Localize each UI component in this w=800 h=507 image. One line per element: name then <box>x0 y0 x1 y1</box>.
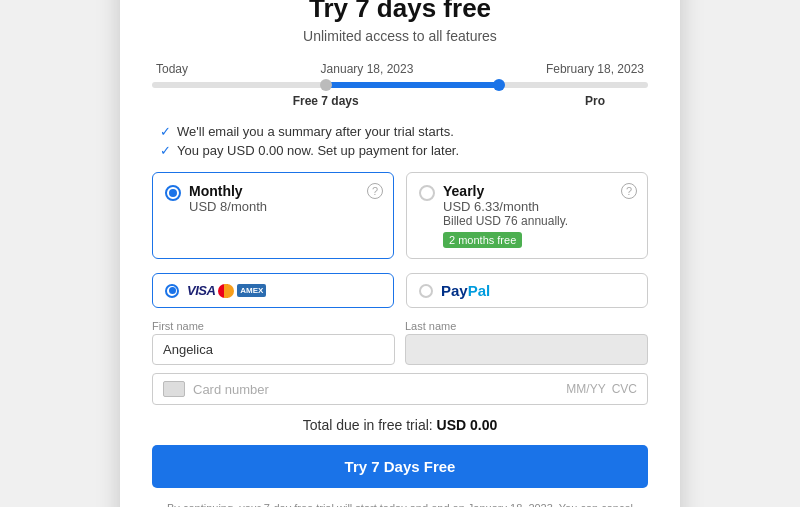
payment-paypal-option[interactable]: PayPal <box>406 273 648 308</box>
timeline-bar <box>152 80 648 90</box>
timeline-phase-labels: Free 7 days Pro <box>152 94 648 108</box>
visa-icon: VISA <box>187 283 215 298</box>
timeline: Today January 18, 2023 February 18, 2023… <box>152 62 648 108</box>
plan-monthly-info: Monthly USD 8/month <box>189 183 267 214</box>
name-form-row: First name Last name <box>152 320 648 365</box>
disclaimer-text: By continuing, your 7-day free trial wil… <box>152 500 648 507</box>
plan-yearly-badge: 2 months free <box>443 232 522 248</box>
last-name-label: Last name <box>405 320 648 332</box>
plan-monthly[interactable]: Monthly USD 8/month ? <box>152 172 394 259</box>
first-name-label: First name <box>152 320 395 332</box>
card-number-row[interactable]: Card number MM/YY CVC <box>152 373 648 405</box>
check-icon-2: ✓ <box>160 143 171 158</box>
plan-monthly-name: Monthly <box>189 183 267 199</box>
first-name-input[interactable] <box>152 334 395 365</box>
mastercard-icon <box>218 284 234 298</box>
payment-paypal-radio[interactable] <box>419 284 433 298</box>
phase-free: Free 7 days <box>293 94 359 108</box>
total-amount: USD 0.00 <box>437 417 498 433</box>
paypal-icon: PayPal <box>441 282 490 299</box>
plan-yearly-info: Yearly USD 6.33/month Billed USD 76 annu… <box>443 183 568 248</box>
benefits-list: ✓ We'll email you a summary after your t… <box>152 124 648 158</box>
page-subtitle: Unlimited access to all features <box>152 28 648 44</box>
cvc-label: CVC <box>612 382 637 396</box>
plan-monthly-radio[interactable] <box>165 185 181 201</box>
check-icon-1: ✓ <box>160 124 171 139</box>
modal-container: Need more seats? Check the Team plan × T… <box>120 0 680 507</box>
card-chip-icon <box>163 381 185 397</box>
timeline-dot-end <box>493 79 505 91</box>
timeline-bar-fill <box>326 82 500 88</box>
timeline-labels: Today January 18, 2023 February 18, 2023 <box>152 62 648 76</box>
benefit-text-1: We'll email you a summary after your tri… <box>177 124 454 139</box>
plan-yearly-radio[interactable] <box>419 185 435 201</box>
amex-icon: AMEX <box>237 284 266 297</box>
plan-yearly-name: Yearly <box>443 183 568 199</box>
timeline-label-today: Today <box>156 62 188 76</box>
benefit-item-1: ✓ We'll email you a summary after your t… <box>160 124 648 139</box>
last-name-group: Last name <box>405 320 648 365</box>
page-title: Try 7 days free <box>152 0 648 24</box>
mmyy-label: MM/YY <box>566 382 605 396</box>
payment-card-option[interactable]: VISA AMEX <box>152 273 394 308</box>
first-name-group: First name <box>152 320 395 365</box>
benefit-text-2: You pay USD 0.00 now. Set up payment for… <box>177 143 459 158</box>
plan-options: Monthly USD 8/month ? Yearly USD 6.33/mo… <box>152 172 648 259</box>
last-name-input[interactable] <box>405 334 648 365</box>
plan-monthly-price: USD 8/month <box>189 199 267 214</box>
card-number-label: Card number <box>193 382 558 397</box>
plan-yearly-help[interactable]: ? <box>621 183 637 199</box>
modal-body: Try 7 days free Unlimited access to all … <box>120 0 680 507</box>
card-right: MM/YY CVC <box>566 382 637 396</box>
payment-options: VISA AMEX PayPal <box>152 273 648 308</box>
timeline-label-feb: February 18, 2023 <box>546 62 644 76</box>
cc-icons: VISA AMEX <box>187 283 266 298</box>
total-label: Total due in free trial: <box>303 417 433 433</box>
plan-yearly[interactable]: Yearly USD 6.33/month Billed USD 76 annu… <box>406 172 648 259</box>
timeline-bar-bg <box>152 82 648 88</box>
cta-button[interactable]: Try 7 Days Free <box>152 445 648 488</box>
benefit-item-2: ✓ You pay USD 0.00 now. Set up payment f… <box>160 143 648 158</box>
timeline-label-jan: January 18, 2023 <box>321 62 414 76</box>
plan-yearly-billed: Billed USD 76 annually. <box>443 214 568 228</box>
phase-pro: Pro <box>585 94 605 108</box>
payment-card-radio[interactable] <box>165 284 179 298</box>
timeline-dot-start <box>320 79 332 91</box>
plan-monthly-help[interactable]: ? <box>367 183 383 199</box>
total-line: Total due in free trial: USD 0.00 <box>152 417 648 433</box>
plan-yearly-price: USD 6.33/month <box>443 199 568 214</box>
